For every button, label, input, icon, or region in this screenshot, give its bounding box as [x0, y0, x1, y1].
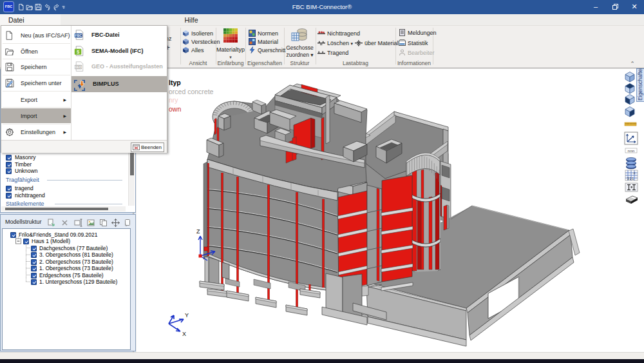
svg-text:3 2 1: 3 2 1: [627, 177, 634, 181]
svg-text:Y: Y: [185, 312, 189, 319]
svg-text:nnn: nnn: [628, 149, 635, 153]
svg-text:X: X: [182, 331, 186, 337]
svg-text:Z: Z: [196, 228, 200, 235]
